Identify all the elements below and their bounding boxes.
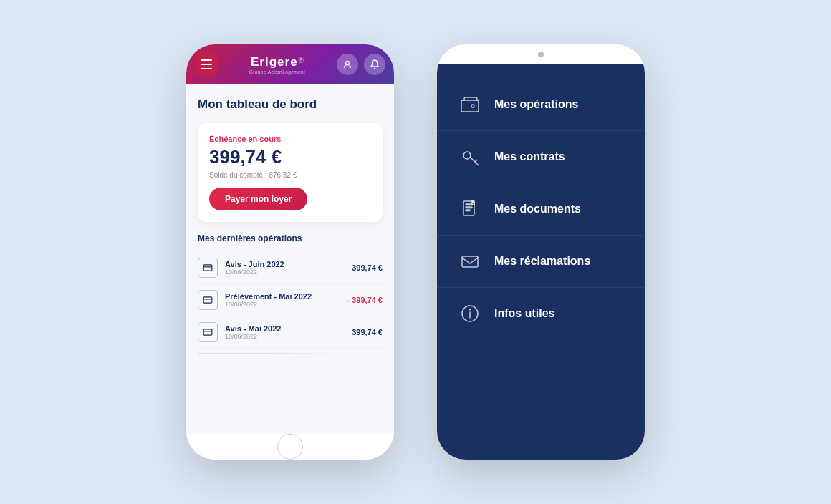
op-name-3: Avis - Mai 2022: [225, 324, 345, 333]
key-icon: [457, 144, 483, 170]
menu-item-documents[interactable]: Mes documents: [437, 183, 645, 236]
more-ops-indicator: [198, 353, 345, 354]
user-icon-button[interactable]: [337, 54, 358, 75]
op-item-2[interactable]: Prélèvement - Mai 2022 10/06/2022 - 399,…: [198, 284, 383, 316]
op-date-2: 10/06/2022: [225, 301, 340, 308]
op-item-3[interactable]: Avis - Mai 2022 10/06/2022 399,74 €: [198, 316, 383, 349]
echeance-card: Échéance en cours 399,74 € Solde du comp…: [198, 123, 383, 222]
status-top: [437, 44, 645, 64]
menu-label-contrats: Mes contrats: [494, 150, 565, 163]
menu-panel: Mes opérations Mes contrats: [437, 64, 645, 460]
echeance-label: Échéance en cours: [209, 135, 371, 143]
header-icons: [337, 54, 385, 75]
op-date-3: 10/06/2022: [225, 333, 345, 340]
op-icon-3: [198, 322, 218, 342]
svg-rect-16: [462, 256, 478, 267]
logo-sub: Groupe ActionLogement: [249, 69, 306, 74]
op-name-2: Prélèvement - Mai 2022: [225, 292, 340, 301]
bell-icon-button[interactable]: [364, 54, 385, 75]
op-date-1: 10/06/2022: [225, 268, 345, 276]
phone-menu: Mes opérations Mes contrats: [437, 44, 645, 460]
op-item-1[interactable]: Avis - Juin 2022 10/06/2022 399,74 €: [198, 252, 383, 284]
camera-dot: [538, 52, 544, 57]
svg-rect-5: [203, 329, 212, 335]
menu-label-reclamations: Mes réclamations: [494, 255, 590, 268]
svg-point-8: [463, 152, 471, 159]
op-details-2: Prélèvement - Mai 2022 10/06/2022: [225, 292, 340, 308]
svg-point-0: [346, 61, 350, 64]
menu-label-documents: Mes documents: [494, 203, 581, 215]
menu-item-reclamations[interactable]: Mes réclamations: [437, 236, 645, 288]
scene: Erigere ® Groupe ActionLogement: [186, 44, 645, 460]
svg-line-10: [475, 160, 477, 162]
svg-line-9: [470, 157, 479, 165]
svg-point-19: [469, 309, 471, 311]
svg-rect-7: [461, 100, 479, 112]
dashboard-title: Mon tableau de bord: [198, 97, 383, 112]
ops-section-title: Mes dernières opérations: [198, 233, 383, 243]
home-indicator: [186, 434, 394, 460]
menu-label-operations: Mes opérations: [494, 98, 578, 111]
svg-rect-12: [466, 204, 472, 205]
svg-rect-13: [466, 207, 472, 208]
menu-label-infos: Infos utiles: [494, 307, 554, 320]
document-icon: [457, 196, 483, 222]
menu-item-infos[interactable]: Infos utiles: [437, 288, 645, 339]
logo-sup: ®: [299, 57, 304, 64]
op-amount-3: 399,74 €: [352, 328, 383, 336]
op-details-1: Avis - Juin 2022 10/06/2022: [225, 260, 345, 276]
svg-rect-1: [203, 265, 212, 271]
home-circle-button[interactable]: [277, 434, 303, 460]
hamburger-button[interactable]: [195, 53, 218, 76]
op-details-3: Avis - Mai 2022 10/06/2022: [225, 324, 345, 340]
app-logo: Erigere ® Groupe ActionLogement: [249, 55, 306, 74]
menu-item-operations[interactable]: Mes opérations: [437, 79, 645, 131]
header-bar: Erigere ® Groupe ActionLogement: [186, 44, 394, 84]
info-icon: [457, 301, 483, 326]
phone-dashboard: Erigere ® Groupe ActionLogement: [186, 44, 394, 460]
logo-text: Erigere: [251, 55, 298, 69]
op-amount-2: - 399,74 €: [347, 296, 383, 304]
op-icon-1: [198, 258, 218, 278]
op-icon-2: [198, 290, 218, 310]
mail-icon: [457, 248, 483, 274]
dashboard-body: Mon tableau de bord Échéance en cours 39…: [186, 84, 394, 434]
op-name-1: Avis - Juin 2022: [225, 260, 345, 268]
op-amount-1: 399,74 €: [352, 263, 383, 272]
pay-button[interactable]: Payer mon loyer: [209, 188, 307, 210]
menu-item-contrats[interactable]: Mes contrats: [437, 131, 645, 183]
svg-rect-14: [466, 210, 470, 211]
echeance-amount: 399,74 €: [209, 146, 371, 168]
echeance-solde: Solde du compte : 876,32 €: [209, 171, 371, 179]
svg-rect-3: [203, 297, 212, 303]
wallet-icon: [457, 92, 483, 117]
